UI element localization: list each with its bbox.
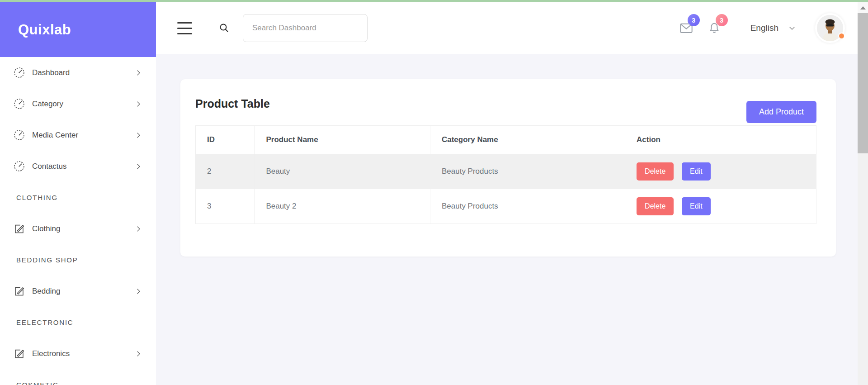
chevron-right-icon <box>134 162 142 171</box>
edit-button[interactable]: Edit <box>682 162 711 181</box>
scrollbar-thumb[interactable] <box>858 13 868 153</box>
sidebar-item-label: Media Center <box>32 131 134 140</box>
language-label: English <box>750 23 778 33</box>
cell-product-name: Beauty <box>255 154 430 189</box>
product-table-card: Product Table Add Product ID Product Nam… <box>180 79 836 257</box>
chevron-right-icon <box>134 100 142 108</box>
sidebar-nav: Dashboard Category Media Center <box>0 57 156 385</box>
chevron-right-icon <box>134 131 142 139</box>
gauge-icon <box>13 98 25 110</box>
main-content: Product Table Add Product ID Product Nam… <box>156 54 858 385</box>
table-row: 2 Beauty Beauty Products Delete Edit <box>196 154 816 189</box>
delete-button[interactable]: Delete <box>637 197 674 215</box>
add-product-button[interactable]: Add Product <box>746 101 816 123</box>
sidebar-item-clothing[interactable]: Clothing <box>0 213 156 244</box>
messages-button[interactable]: 3 <box>679 21 693 35</box>
sidebar-item-label: Contactus <box>32 162 134 171</box>
cell-id: 2 <box>196 154 255 189</box>
column-header-category-name: Category Name <box>430 126 625 154</box>
sidebar-section-label: EELECTRONIC <box>16 318 74 326</box>
search-icon <box>219 23 230 33</box>
chevron-right-icon <box>134 69 142 77</box>
search-input[interactable] <box>243 14 368 42</box>
scrollbar-up-button[interactable] <box>858 2 868 13</box>
browser-loading-bar <box>0 0 868 2</box>
cell-actions: Delete Edit <box>625 189 816 224</box>
chevron-right-icon <box>134 350 142 358</box>
edit-icon <box>13 223 25 235</box>
cell-product-name: Beauty 2 <box>255 189 430 224</box>
card-header: Product Table Add Product <box>180 79 836 124</box>
sidebar-item-media-center[interactable]: Media Center <box>0 119 156 151</box>
user-menu-button[interactable] <box>815 13 845 43</box>
sidebar-item-electronics[interactable]: Electronics <box>0 338 156 369</box>
notifications-badge: 3 <box>716 14 728 26</box>
notifications-button[interactable]: 3 <box>707 21 722 35</box>
sidebar-item-label: Bedding <box>32 287 134 296</box>
menu-icon <box>177 22 192 24</box>
gauge-icon <box>13 160 25 172</box>
table-header-row: ID Product Name Category Name Action <box>196 126 816 154</box>
cell-category-name: Beauty Products <box>430 154 625 189</box>
page-title: Product Table <box>195 97 270 110</box>
sidebar-item-bedding[interactable]: Bedding <box>0 276 156 307</box>
language-dropdown[interactable]: English <box>750 23 796 33</box>
menu-icon <box>177 28 192 29</box>
messages-badge: 3 <box>688 14 700 26</box>
sidebar-item-contactus[interactable]: Contactus <box>0 151 156 182</box>
topbar: 3 3 English <box>156 2 858 54</box>
chevron-right-icon <box>134 225 142 233</box>
sidebar-section-eelectronic: EELECTRONIC <box>0 307 156 338</box>
chevron-down-icon <box>788 24 796 32</box>
column-header-id: ID <box>196 126 255 154</box>
product-table: ID Product Name Category Name Action 2 B… <box>195 125 816 224</box>
scroll-up-arrow-icon <box>860 6 866 10</box>
sidebar: Quixlab Dashboard Category <box>0 2 156 385</box>
edit-icon <box>13 285 25 297</box>
search-button[interactable] <box>219 23 230 33</box>
sidebar-section-label: CLOTHING <box>16 194 58 201</box>
sidebar-section-cosmetic: COSMETIC <box>0 369 156 385</box>
menu-toggle-button[interactable] <box>177 22 192 34</box>
sidebar-item-label: Dashboard <box>32 68 134 77</box>
product-table-wrap: ID Product Name Category Name Action 2 B… <box>195 125 816 224</box>
sidebar-item-label: Category <box>32 100 134 109</box>
chevron-right-icon <box>134 287 142 295</box>
table-row: 3 Beauty 2 Beauty Products Delete Edit <box>196 189 816 224</box>
gauge-icon <box>13 67 25 79</box>
sidebar-section-clothing: CLOTHING <box>0 182 156 213</box>
page-scrollbar[interactable] <box>858 2 868 385</box>
topbar-right: 3 3 English <box>679 13 845 43</box>
column-header-action: Action <box>625 126 816 154</box>
cell-id: 3 <box>196 189 255 224</box>
column-header-product-name: Product Name <box>255 126 430 154</box>
sidebar-section-label: COSMETIC <box>16 381 59 385</box>
sidebar-item-dashboard[interactable]: Dashboard <box>0 57 156 88</box>
menu-icon <box>177 33 192 34</box>
delete-button[interactable]: Delete <box>637 162 674 181</box>
sidebar-section-label: BEDDING SHOP <box>16 256 78 264</box>
cell-actions: Delete Edit <box>625 154 816 189</box>
edit-button[interactable]: Edit <box>682 197 711 215</box>
brand-header[interactable]: Quixlab <box>0 2 156 57</box>
online-status-dot <box>838 33 845 39</box>
sidebar-section-bedding-shop: BEDDING SHOP <box>0 244 156 276</box>
brand-logo: Quixlab <box>18 22 71 38</box>
sidebar-item-label: Clothing <box>32 224 134 233</box>
sidebar-item-category[interactable]: Category <box>0 88 156 119</box>
sidebar-item-label: Electronics <box>32 349 134 358</box>
gauge-icon <box>13 129 25 141</box>
cell-category-name: Beauty Products <box>430 189 625 224</box>
edit-icon <box>13 347 25 360</box>
